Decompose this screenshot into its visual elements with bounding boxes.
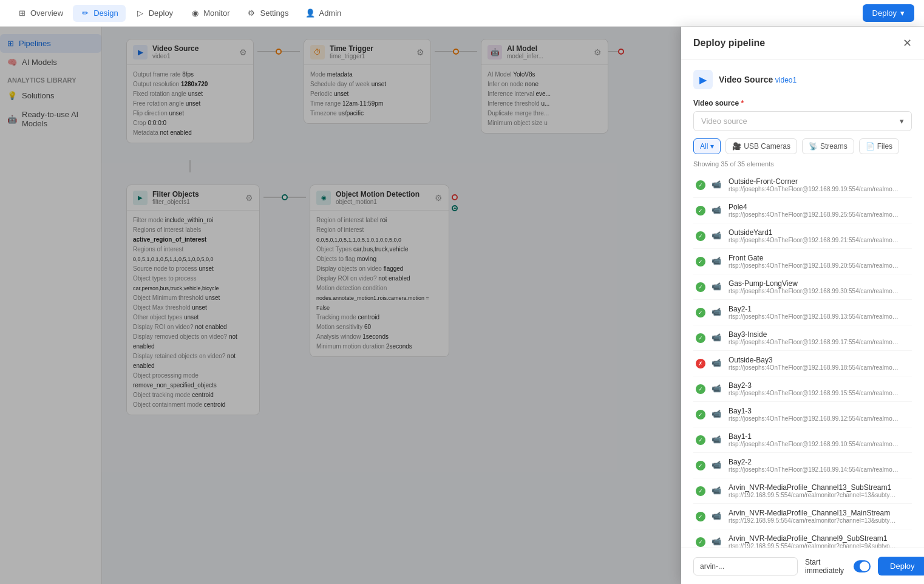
status-dot [696, 359, 705, 368]
nav-admin[interactable]: 👤 Admin [298, 5, 348, 22]
camera-info: Bay2-3rtsp://josephs:4OnTheFloor@192.168… [729, 381, 909, 396]
filter-all-label: All [700, 142, 708, 151]
camera-url: rtsp://josephs:4OnTheFloor@192.168.99.19… [729, 186, 899, 192]
overview-icon: ⊞ [17, 8, 27, 18]
filter-all-chevron: ▾ [710, 142, 714, 151]
start-immediately-label: Start immediately [805, 558, 849, 575]
camera-name: Bay2-2 [729, 458, 909, 466]
status-dot [696, 461, 705, 470]
camera-item[interactable]: 📹Gas-Pump-LongViewrtsp://josephs:4OnTheF… [693, 274, 912, 300]
camera-item[interactable]: 📹Outside-Front-Cornerrtsp://josephs:4OnT… [693, 172, 912, 198]
nav-overview[interactable]: ⊞ Overview [10, 5, 70, 22]
modal-field-label: Video source * [693, 99, 912, 107]
camera-url: rtsp://192.168.99.5:554/cam/realmonitor?… [729, 517, 899, 524]
camera-item[interactable]: 📹Front Gatertsp://josephs:4OnTheFloor@19… [693, 249, 912, 274]
status-dot [696, 180, 705, 190]
camera-icon: 📹 [712, 358, 722, 369]
status-dot [696, 537, 705, 547]
camera-info: Front Gatertsp://josephs:4OnTheFloor@192… [729, 254, 909, 269]
camera-name: Arvin_NVR-MediaProfile_Channel13_MainStr… [729, 509, 909, 517]
modal-title: Deploy pipeline [693, 38, 765, 49]
status-dot [696, 486, 705, 496]
streams-icon: 📡 [809, 142, 818, 151]
camera-info: Pole4rtsp://josephs:4OnTheFloor@192.168.… [729, 203, 909, 218]
modal-footer: Start immediately Deploy [681, 548, 924, 584]
camera-item[interactable]: 📹Bay2-3rtsp://josephs:4OnTheFloor@192.16… [693, 376, 912, 402]
status-dot [696, 512, 705, 521]
camera-url: rtsp://josephs:4OnTheFloor@192.168.99.17… [729, 339, 899, 345]
camera-info: Arvin_NVR-MediaProfile_Channel13_MainStr… [729, 509, 909, 524]
camera-url: rtsp://josephs:4OnTheFloor@192.168.99.13… [729, 313, 899, 320]
video-source-select[interactable]: Video source ▾ [693, 111, 912, 131]
nav-deploy[interactable]: ▷ Deploy [128, 5, 180, 22]
camera-name: Bay2-3 [729, 381, 909, 390]
filter-bar: All ▾ 🎥 USB Cameras 📡 Streams 📄 Files [693, 138, 912, 154]
filter-files-label: Files [877, 142, 892, 151]
files-icon: 📄 [866, 142, 875, 151]
modal-vs-icon: ▶ [693, 70, 713, 89]
camera-url: rtsp://josephs:4OnTheFloor@192.168.99.25… [729, 211, 899, 218]
deploy-modal: Deploy pipeline ✕ ▶ Video Source video1 … [681, 27, 924, 584]
usb-icon: 🎥 [732, 142, 741, 151]
nav-design-label: Design [93, 8, 118, 18]
camera-icon: 📹 [712, 409, 722, 420]
footer-input[interactable] [693, 557, 798, 576]
camera-item[interactable]: 📹Arvin_NVR-MediaProfile_Channel13_SubStr… [693, 478, 912, 504]
camera-list: 📹Outside-Front-Cornerrtsp://josephs:4OnT… [693, 172, 912, 548]
camera-info: Outside-Front-Cornerrtsp://josephs:4OnTh… [729, 177, 909, 192]
camera-url: rtsp://josephs:4OnTheFloor@192.168.99.15… [729, 390, 899, 396]
camera-info: OutsideYard1rtsp://josephs:4OnTheFloor@1… [729, 228, 909, 243]
modal-body[interactable]: ▶ Video Source video1 Video source * Vid… [681, 60, 924, 548]
deploy-button[interactable]: Deploy ▾ [863, 4, 914, 22]
design-icon: ✏ [80, 8, 90, 18]
start-immediately-toggle[interactable] [854, 560, 871, 572]
camera-info: Bay1-3rtsp://josephs:4OnTheFloor@192.168… [729, 407, 909, 422]
status-dot [696, 308, 705, 317]
camera-info: Outside-Bay3rtsp://josephs:4OnTheFloor@1… [729, 356, 909, 371]
camera-icon: 📹 [712, 435, 722, 446]
camera-icon: 📹 [712, 511, 722, 522]
camera-item[interactable]: 📹Bay2-2rtsp://josephs:4OnTheFloor@192.16… [693, 453, 912, 478]
nav-design[interactable]: ✏ Design [73, 5, 125, 22]
camera-name: Pole4 [729, 203, 909, 211]
camera-info: Arvin_NVR-MediaProfile_Channel9_SubStrea… [729, 534, 909, 548]
camera-item[interactable]: 📹Bay3-Insidertsp://josephs:4OnTheFloor@1… [693, 325, 912, 351]
status-dot [696, 282, 705, 292]
camera-item[interactable]: 📹Arvin_NVR-MediaProfile_Channel9_SubStre… [693, 529, 912, 548]
monitor-icon: ◉ [190, 8, 200, 18]
status-dot [696, 257, 705, 267]
status-dot [696, 384, 705, 394]
camera-item[interactable]: 📹Bay1-1rtsp://josephs:4OnTheFloor@192.16… [693, 427, 912, 453]
filter-files-button[interactable]: 📄 Files [859, 138, 899, 154]
camera-item[interactable]: 📹Arvin_NVR-MediaProfile_Channel13_MainSt… [693, 504, 912, 529]
filter-usb-button[interactable]: 🎥 USB Cameras [725, 138, 797, 154]
nav-settings[interactable]: ⚙ Settings [239, 5, 296, 22]
camera-name: Outside-Bay3 [729, 356, 909, 364]
modal-close-button[interactable]: ✕ [903, 36, 912, 50]
nav-settings-label: Settings [260, 8, 288, 18]
camera-item[interactable]: 📹Bay1-3rtsp://josephs:4OnTheFloor@192.16… [693, 402, 912, 427]
start-immediately: Start immediately [805, 558, 871, 575]
camera-name: Front Gate [729, 254, 909, 262]
modal-deploy-button[interactable]: Deploy [878, 557, 924, 576]
camera-item[interactable]: 📹OutsideYard1rtsp://josephs:4OnTheFloor@… [693, 223, 912, 249]
camera-url: rtsp://josephs:4OnTheFloor@192.168.99.14… [729, 466, 899, 473]
camera-item[interactable]: 📹Outside-Bay3rtsp://josephs:4OnTheFloor@… [693, 351, 912, 376]
camera-icon: 📹 [712, 537, 722, 548]
camera-name: Arvin_NVR-MediaProfile_Channel9_SubStrea… [729, 534, 909, 543]
modal-vs-name: video1 [775, 76, 797, 84]
camera-url: rtsp://josephs:4OnTheFloor@192.168.99.30… [729, 288, 899, 294]
camera-url: rtsp://josephs:4OnTheFloor@192.168.99.20… [729, 262, 899, 269]
camera-icon: 📹 [712, 384, 722, 395]
camera-url: rtsp://josephs:4OnTheFloor@192.168.99.21… [729, 237, 899, 243]
filter-all-button[interactable]: All ▾ [693, 138, 721, 154]
filter-usb-label: USB Cameras [744, 142, 790, 151]
camera-url: rtsp://192.168.99.5:554/cam/realmonitor?… [729, 492, 899, 498]
camera-name: Bay1-3 [729, 407, 909, 415]
camera-item[interactable]: 📹Bay2-1rtsp://josephs:4OnTheFloor@192.16… [693, 300, 912, 325]
nav-monitor[interactable]: ◉ Monitor [183, 5, 237, 22]
filter-streams-button[interactable]: 📡 Streams [802, 138, 854, 154]
camera-info: Bay1-1rtsp://josephs:4OnTheFloor@192.168… [729, 432, 909, 447]
camera-item[interactable]: 📹Pole4rtsp://josephs:4OnTheFloor@192.168… [693, 198, 912, 223]
status-dot [696, 231, 705, 241]
